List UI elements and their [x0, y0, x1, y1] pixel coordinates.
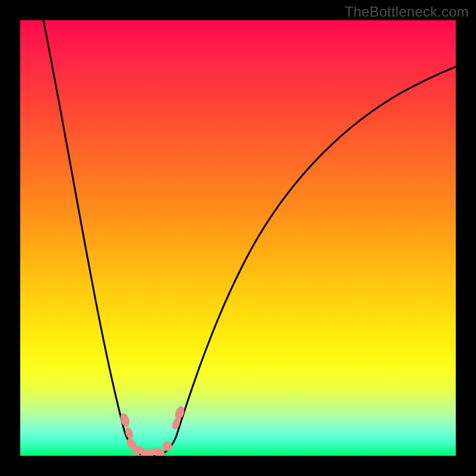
data-marker — [124, 427, 134, 440]
chart-svg — [20, 20, 456, 456]
bottleneck-curve-group — [43, 20, 456, 456]
plot-area — [20, 20, 456, 456]
chart-frame: TheBottleneck.com — [0, 0, 476, 476]
watermark-text: TheBottleneck.com — [345, 4, 469, 20]
data-markers — [119, 405, 186, 456]
bottleneck-curve — [43, 20, 456, 456]
